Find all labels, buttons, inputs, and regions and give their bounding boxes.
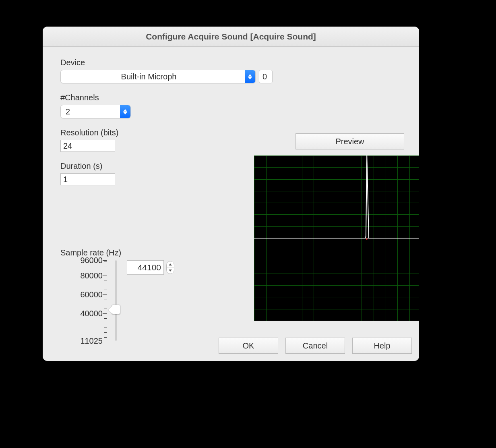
ok-button[interactable]: OK — [219, 338, 278, 354]
ok-button-label: OK — [243, 341, 254, 351]
sample-rate-field[interactable]: 44100 — [127, 260, 164, 275]
svg-marker-2 — [123, 109, 127, 112]
svg-marker-4 — [169, 263, 172, 265]
duration-field[interactable]: 1 — [60, 173, 115, 185]
device-select[interactable]: Built-in Microph — [60, 70, 256, 83]
channels-select-value: 2 — [61, 107, 120, 116]
dialog-window: Configure Acquire Sound [Acquire Sound] … — [43, 27, 419, 361]
sample-rate-stepper[interactable] — [166, 261, 174, 274]
chevron-up-down-icon — [245, 70, 255, 83]
cancel-button[interactable]: Cancel — [285, 338, 345, 354]
svg-marker-3 — [123, 112, 127, 114]
scale-tick-label: 60000 — [62, 290, 103, 299]
channels-select[interactable]: 2 — [60, 105, 131, 118]
duration-value: 1 — [63, 175, 68, 184]
window-titlebar: Configure Acquire Sound [Acquire Sound] — [43, 27, 419, 47]
stepper-down-icon[interactable] — [167, 268, 174, 274]
sample-rate-slider[interactable] — [111, 260, 120, 341]
device-index-field[interactable]: 0 — [259, 70, 273, 83]
device-select-value: Built-in Microph — [61, 72, 245, 81]
scale-tick-label: 96000 — [62, 256, 103, 265]
scale-tick-label: 80000 — [62, 271, 103, 280]
svg-marker-5 — [169, 270, 172, 272]
dialog-content: Device Built-in Microph 0 #Channels 2 — [43, 47, 419, 361]
device-label: Device — [60, 58, 401, 67]
sample-rate-scale: 9600080000600004000011025 — [60, 260, 107, 341]
device-index-value: 0 — [262, 72, 267, 81]
svg-marker-1 — [248, 77, 252, 79]
sample-rate-group: Sample rate (Hz) 96000800006000040000110… — [60, 248, 181, 260]
slider-track — [115, 260, 117, 341]
device-group: Device Built-in Microph 0 — [60, 58, 401, 83]
slider-thumb[interactable] — [112, 305, 120, 314]
sample-rate-value: 44100 — [138, 263, 161, 272]
channels-label: #Channels — [60, 93, 401, 102]
preview-button[interactable]: Preview — [296, 133, 404, 149]
help-button-label: Help — [374, 341, 390, 351]
preview-panel: Preview — [254, 133, 419, 321]
waveform-scope — [254, 156, 419, 321]
resolution-field[interactable]: 24 — [60, 140, 115, 152]
svg-marker-0 — [248, 74, 252, 77]
scale-tick-label: 40000 — [62, 309, 103, 318]
scale-tick-label: 11025 — [62, 336, 103, 346]
stepper-up-icon[interactable] — [167, 261, 174, 268]
cancel-button-label: Cancel — [303, 341, 328, 351]
chevron-up-down-icon — [120, 105, 130, 118]
window-title: Configure Acquire Sound [Acquire Sound] — [146, 32, 316, 41]
preview-button-label: Preview — [335, 137, 364, 146]
help-button[interactable]: Help — [352, 338, 412, 354]
channels-group: #Channels 2 — [60, 93, 401, 118]
resolution-value: 24 — [63, 141, 72, 151]
dialog-button-bar: OK Cancel Help — [219, 338, 412, 354]
